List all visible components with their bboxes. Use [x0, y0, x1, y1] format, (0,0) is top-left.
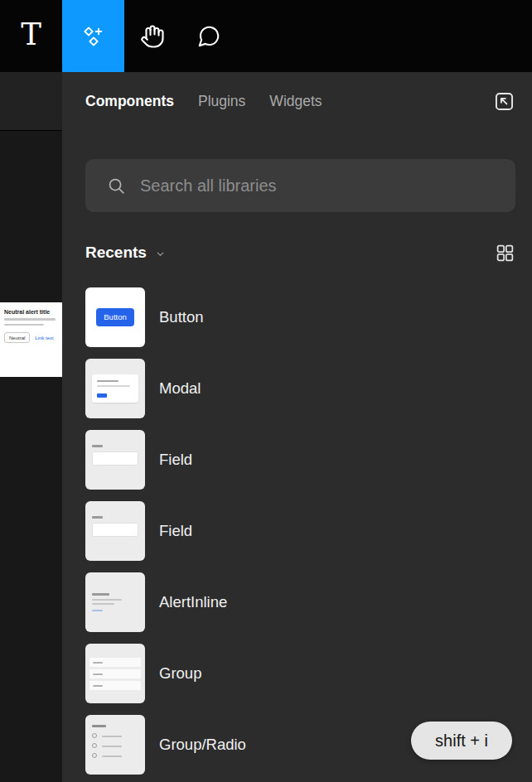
component-label: AlertInline	[159, 593, 227, 611]
tab-components[interactable]: Components	[85, 93, 174, 110]
canvas-top-band	[0, 72, 62, 131]
comment-tool-icon	[196, 24, 221, 49]
component-thumbnail[interactable]	[85, 501, 145, 561]
tab-plugins[interactable]: Plugins	[198, 93, 245, 110]
toolbar: T	[0, 0, 532, 72]
components-tool-button[interactable]	[62, 0, 124, 72]
components-list: Button Button Modal Field Field	[85, 287, 515, 775]
text-tool-button[interactable]: T	[0, 0, 62, 72]
tab-widgets[interactable]: Widgets	[269, 93, 322, 110]
text-tool-icon: T	[21, 19, 41, 53]
panel-header: Components Plugins Widgets	[85, 89, 515, 113]
alert-preview-card[interactable]: Neutral alert title Neutral Link text	[0, 302, 62, 377]
recents-dropdown[interactable]: Recents	[85, 244, 166, 262]
component-label: Field	[159, 522, 192, 540]
alert-card-link: Link text	[35, 335, 53, 340]
arrow-topleft-square-icon[interactable]	[493, 90, 515, 113]
modal-preview	[92, 374, 138, 403]
field-preview	[92, 445, 103, 447]
list-item-field[interactable]: Field	[85, 430, 515, 490]
search-input[interactable]	[140, 176, 515, 196]
alert-card-neutral-button: Neutral	[4, 332, 30, 343]
button-preview: Button	[96, 308, 133, 326]
list-item-modal[interactable]: Modal	[85, 359, 515, 418]
list-item-field[interactable]: Field	[85, 501, 515, 561]
grid-view-icon[interactable]	[495, 243, 515, 263]
shortcut-hint-badge: shift + i	[411, 722, 512, 760]
recents-section-header: Recents	[85, 242, 515, 263]
components-panel: Components Plugins Widgets Recents	[62, 72, 532, 782]
alert-card-text-line	[4, 318, 56, 321]
alert-card-actions: Neutral Link text	[4, 332, 59, 343]
component-label: Field	[159, 451, 192, 469]
component-label: Group/Radio	[159, 736, 246, 754]
component-thumbnail[interactable]	[85, 572, 145, 632]
search-icon	[107, 176, 126, 196]
list-item-alertinline[interactable]: AlertInline	[85, 572, 515, 632]
component-thumbnail[interactable]	[85, 644, 145, 703]
hand-tool-icon	[140, 24, 165, 49]
list-item-group[interactable]: Group	[85, 644, 515, 703]
radio-preview	[92, 725, 106, 727]
component-thumbnail[interactable]	[85, 715, 145, 775]
alert-card-text-line	[4, 324, 44, 326]
recents-label: Recents	[85, 244, 147, 262]
components-tool-icon	[81, 24, 106, 49]
field-preview	[92, 516, 103, 519]
chevron-down-icon	[155, 247, 166, 259]
alert-preview	[92, 593, 109, 596]
alert-card-title: Neutral alert title	[4, 309, 59, 315]
canvas-background: Neutral alert title Neutral Link text	[0, 72, 62, 782]
component-label: Group	[159, 664, 201, 683]
search-bar[interactable]	[85, 159, 515, 212]
component-thumbnail[interactable]	[85, 430, 145, 490]
component-label: Button	[159, 308, 204, 326]
panel-tabs: Components Plugins Widgets	[85, 93, 322, 110]
component-thumbnail[interactable]	[85, 359, 145, 418]
list-item-button[interactable]: Button Button	[85, 287, 515, 347]
component-thumbnail[interactable]: Button	[85, 287, 145, 347]
comment-tool-button[interactable]	[181, 0, 237, 72]
component-label: Modal	[159, 379, 201, 398]
group-preview	[89, 658, 141, 667]
hand-tool-button[interactable]	[124, 0, 181, 72]
